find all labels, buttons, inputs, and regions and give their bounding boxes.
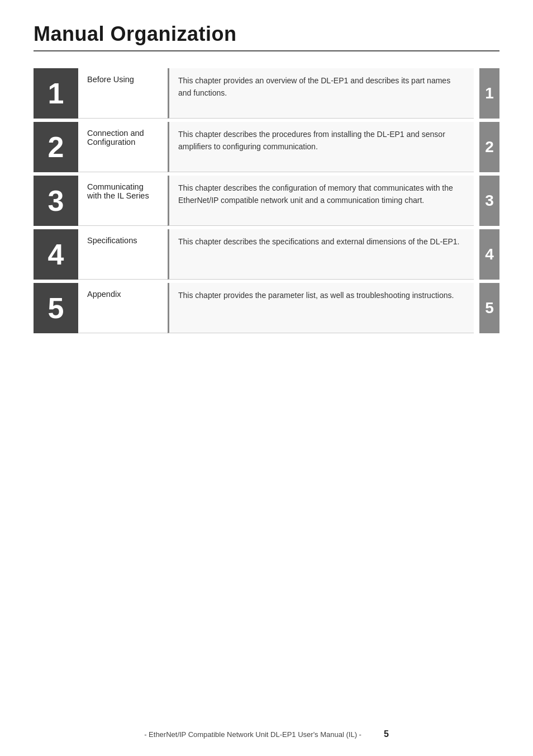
right-tab-5: 5 xyxy=(479,283,499,333)
right-tab-1: 1 xyxy=(479,68,499,119)
chapter-desc-5: This chapter provides the parameter list… xyxy=(168,283,474,333)
chapter-desc-4: This chapter describes the specification… xyxy=(168,229,474,280)
right-tab-3: 3 xyxy=(479,176,499,226)
footer-page-number: 5 xyxy=(384,729,389,739)
chapter-number-1: 1 xyxy=(34,68,78,119)
footer: - EtherNet/IP Compatible Network Unit DL… xyxy=(0,729,533,739)
chapter-row-4: 4 Specifications This chapter describes … xyxy=(34,229,499,280)
right-tab-4: 4 xyxy=(479,229,499,280)
chapter-number-5: 5 xyxy=(34,283,78,333)
footer-text: - EtherNet/IP Compatible Network Unit DL… xyxy=(144,730,361,739)
chapter-row-5: 5 Appendix This chapter provides the par… xyxy=(34,283,499,333)
chapter-row-1: 1 Before Using This chapter provides an … xyxy=(34,68,499,119)
chapter-number-3: 3 xyxy=(34,176,78,226)
chapter-desc-3: This chapter describes the configuration… xyxy=(168,176,474,226)
page-title: Manual Organization xyxy=(34,22,499,46)
chapter-title-1: Before Using xyxy=(78,68,168,119)
chapter-title-5: Appendix xyxy=(78,283,168,333)
chapter-number-2: 2 xyxy=(34,122,78,172)
page-container: Manual Organization 1 Before Using This … xyxy=(0,0,533,756)
chapters-area: 1 Before Using This chapter provides an … xyxy=(34,68,499,337)
chapter-title-3: Communicating with the IL Series xyxy=(78,176,168,226)
chapter-title-2: Connection and Configuration xyxy=(78,122,168,172)
chapter-title-4: Specifications xyxy=(78,229,168,280)
chapter-row-2: 2 Connection and Configuration This chap… xyxy=(34,122,499,172)
right-tab-2: 2 xyxy=(479,122,499,172)
chapter-desc-2: This chapter describes the procedures fr… xyxy=(168,122,474,172)
chapter-row-3: 3 Communicating with the IL Series This … xyxy=(34,176,499,226)
title-divider xyxy=(34,50,499,51)
chapter-number-4: 4 xyxy=(34,229,78,280)
chapter-desc-1: This chapter provides an overview of the… xyxy=(168,68,474,119)
